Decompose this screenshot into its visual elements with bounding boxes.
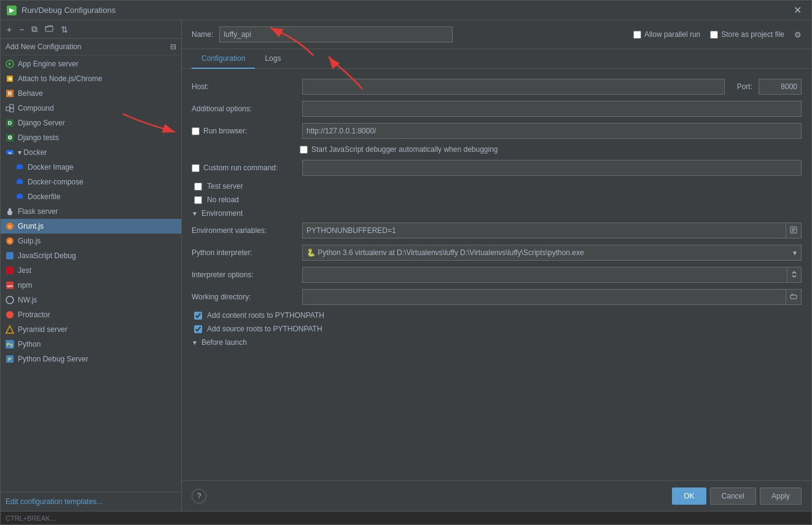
js-debugger-checkbox[interactable]	[300, 146, 308, 154]
docker-compose-icon	[15, 178, 24, 186]
run-browser-url-input[interactable]	[302, 123, 802, 139]
list-item-js-debug-label: JavaScript Debug	[18, 251, 76, 260]
ok-button[interactable]: OK	[672, 488, 706, 505]
sort-config-button[interactable]: ⇅	[58, 23, 71, 36]
svg-marker-2	[9, 62, 12, 66]
js-debugger-checkbox-label[interactable]: Start JavaScript debugger automatically …	[300, 145, 498, 154]
django-server-icon: D	[6, 119, 14, 127]
custom-run-command-checkbox-label[interactable]: Custom run command:	[192, 164, 296, 172]
custom-run-command-input[interactable]	[302, 160, 802, 176]
svg-rect-17	[18, 164, 21, 166]
working-directory-input[interactable]	[303, 290, 786, 304]
before-launch-section-header[interactable]: ▼ Before launch	[192, 338, 802, 347]
svg-point-22	[7, 210, 12, 215]
svg-text:npm: npm	[7, 284, 14, 288]
list-item-nwjs[interactable]: NW.js	[1, 293, 181, 307]
edit-templates-link[interactable]: Edit configuration templates...	[6, 497, 103, 506]
port-input[interactable]	[759, 79, 802, 95]
list-item-app-engine[interactable]: App Engine server	[1, 57, 181, 71]
tab-logs[interactable]: Logs	[255, 49, 291, 69]
svg-rect-21	[18, 194, 21, 195]
store-as-project-checkbox[interactable]	[710, 31, 718, 39]
list-item-docker[interactable]: 🐋 ▾ Docker	[1, 145, 181, 160]
add-content-roots-row: Add content roots to PYTHONPATH	[194, 311, 802, 320]
add-source-roots-row: Add source roots to PYTHONPATH	[194, 325, 802, 333]
no-reload-row: No reload	[194, 195, 802, 204]
environment-section-header[interactable]: ▼ Environment	[192, 209, 802, 218]
gear-icon[interactable]: ⚙	[794, 30, 802, 39]
svg-text:G: G	[8, 239, 11, 243]
list-item-grunt[interactable]: G Grunt.js	[1, 219, 181, 234]
additional-options-input[interactable]	[302, 101, 802, 117]
env-variables-input-wrapper	[302, 223, 802, 239]
interpreter-options-expand-btn[interactable]	[787, 267, 801, 282]
add-source-roots-checkbox[interactable]	[194, 325, 202, 333]
list-item-jest[interactable]: Jest	[1, 263, 181, 278]
add-content-roots-label: Add content roots to PYTHONPATH	[207, 311, 324, 320]
list-item-npm[interactable]: npm npm	[1, 278, 181, 293]
list-item-compound[interactable]: Compound	[1, 101, 181, 116]
list-item-docker-compose[interactable]: Docker-compose	[1, 175, 181, 189]
allow-parallel-checkbox[interactable]	[633, 31, 641, 39]
list-item-python-label: Python	[18, 340, 41, 349]
additional-options-label: Additional options:	[192, 105, 296, 113]
attach-node-icon: ⊕	[6, 74, 14, 83]
add-config-button[interactable]: +	[4, 23, 14, 36]
list-item-flask-label: Flask server	[18, 207, 58, 216]
close-button[interactable]: ✕	[790, 3, 805, 17]
list-item-docker-image[interactable]: Docker Image	[1, 160, 181, 175]
list-item-django-tests[interactable]: ⚙ Django tests	[1, 130, 181, 145]
interpreter-options-label: Interpreter options:	[192, 270, 296, 279]
no-reload-checkbox[interactable]	[194, 196, 202, 204]
tab-configuration[interactable]: Configuration	[192, 49, 255, 69]
list-item-flask[interactable]: Flask server	[1, 204, 181, 219]
folder-config-button[interactable]	[42, 23, 56, 36]
python-interpreter-row: Python interpreter: 🐍 Python 3.6 virtual…	[192, 245, 802, 261]
bottom-bar: ? OK Cancel Apply	[182, 480, 811, 511]
run-browser-checkbox-label[interactable]: Run browser:	[192, 127, 296, 135]
custom-run-command-row: Custom run command:	[192, 160, 802, 176]
list-item-dockerfile[interactable]: Dockerfile	[1, 189, 181, 204]
apply-button[interactable]: Apply	[760, 488, 802, 505]
run-browser-row: Run browser:	[192, 123, 802, 139]
working-directory-input-wrapper	[302, 289, 802, 305]
env-variables-label: Environment variables:	[192, 226, 296, 235]
list-item-pyramid[interactable]: Pyramid server	[1, 322, 181, 337]
working-directory-browse-btn[interactable]	[786, 290, 801, 304]
name-input[interactable]	[219, 26, 453, 42]
list-item-attach-node[interactable]: ⊕ Attach to Node.js/Chrome	[1, 71, 181, 86]
gulp-icon: G	[6, 237, 14, 245]
remove-config-button[interactable]: −	[17, 23, 26, 36]
list-item-python[interactable]: Py Python	[1, 337, 181, 352]
list-item-gulp[interactable]: G Gulp.js	[1, 234, 181, 248]
list-item-docker-image-label: Docker Image	[28, 163, 74, 172]
allow-parallel-label[interactable]: Allow parallel run	[633, 30, 700, 39]
list-item-js-debug[interactable]: JavaScript Debug	[1, 248, 181, 263]
copy-config-button[interactable]: ⧉	[29, 23, 40, 36]
test-server-checkbox[interactable]	[194, 183, 202, 191]
python-icon: Py	[6, 340, 14, 349]
list-item-django-server-label: Django Server	[18, 119, 65, 127]
store-as-project-label[interactable]: Store as project file	[710, 30, 784, 39]
host-label: Host:	[192, 82, 296, 91]
list-item-django-server[interactable]: D Django Server	[1, 116, 181, 130]
custom-run-command-checkbox[interactable]	[192, 164, 200, 172]
dockerfile-icon	[15, 192, 24, 201]
cancel-button[interactable]: Cancel	[710, 488, 756, 505]
python-interpreter-select[interactable]: 🐍 Python 3.6 virtualenv at D:\Virtualenv…	[302, 245, 802, 261]
env-variables-input[interactable]	[303, 223, 786, 238]
add-content-roots-checkbox[interactable]	[194, 312, 202, 320]
svg-rect-7	[6, 107, 10, 111]
test-server-row: Test server	[194, 182, 802, 191]
host-input[interactable]	[302, 79, 725, 95]
interpreter-options-input[interactable]	[303, 267, 787, 282]
list-item-behave[interactable]: B Behave	[1, 86, 181, 101]
nwjs-icon	[6, 296, 14, 304]
run-browser-checkbox[interactable]	[192, 127, 200, 135]
list-item-python-debug[interactable]: P Python Debug Server	[1, 352, 181, 366]
help-button[interactable]: ?	[192, 489, 206, 503]
list-item-protractor[interactable]: Protractor	[1, 307, 181, 322]
list-item-gulp-label: Gulp.js	[18, 237, 41, 245]
compound-icon	[6, 104, 14, 112]
env-variables-btn[interactable]	[786, 223, 801, 238]
